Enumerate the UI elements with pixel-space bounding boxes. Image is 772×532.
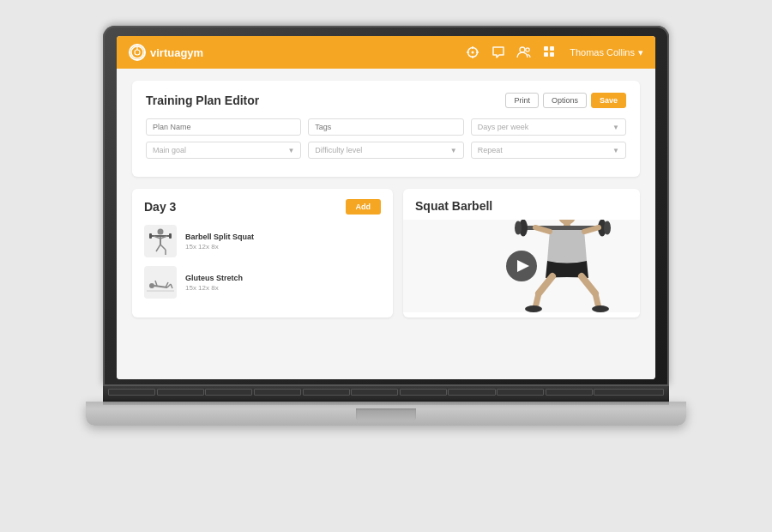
svg-point-26 [149,283,154,288]
exercise-info-2: Gluteus Stretch 15x 12x 8x [185,274,381,292]
plan-name-input[interactable] [146,118,301,136]
people-icon[interactable] [516,45,532,60]
main-content: Training Plan Editor Print Options Save … [117,69,655,379]
play-button[interactable] [506,251,537,281]
dropdown-arrow: ▾ [638,47,643,58]
main-goal-select[interactable]: Main goal ▼ [146,142,301,159]
app-name: virtuagym [150,46,203,59]
video-panel: Squat Barbell [403,189,640,317]
days-per-week-label: Days per week [478,123,529,131]
svg-rect-12 [550,46,554,51]
save-button[interactable]: Save [591,93,626,108]
day-header: Day 3 Add [144,199,381,215]
gluteus-stretch-image [145,267,176,298]
repeat-label: Repeat [478,146,503,154]
days-arrow-icon: ▼ [612,124,619,131]
trackpad-notch[interactable] [356,408,416,420]
day-panel: Day 3 Add [132,189,393,317]
navbar: virtuagym [117,36,655,69]
form-row-2: Main goal ▼ Difficulty level ▼ Repeat ▼ [146,142,626,159]
difficulty-label: Difficulty level [315,146,362,154]
laptop-base [86,402,686,426]
editor-title: Training Plan Editor [146,94,259,107]
nav-user[interactable]: Thomas Collins ▾ [570,47,643,58]
days-per-week-select[interactable]: Days per week ▼ [471,118,626,136]
svg-rect-16 [150,235,171,237]
svg-rect-14 [550,52,554,57]
exercise-thumb-2 [144,266,177,299]
exercise-item-1: Barbell Split Squat 15x 12x 8x [144,225,381,257]
repeat-select[interactable]: Repeat ▼ [471,142,626,159]
screen-inner: virtuagym [117,36,655,379]
play-icon [517,260,529,272]
options-button[interactable]: Options [543,93,587,108]
print-button[interactable]: Print [505,93,539,108]
nav-icons [465,45,558,60]
main-goal-arrow-icon: ▼ [287,147,294,154]
svg-rect-18 [169,233,172,239]
video-area[interactable] [403,220,640,312]
difficulty-arrow-icon: ▼ [450,147,457,154]
grid-icon[interactable] [542,45,558,60]
svg-line-28 [155,281,157,286]
svg-point-15 [158,229,164,235]
svg-point-9 [520,47,525,52]
svg-line-44 [582,276,595,293]
svg-line-42 [539,276,552,293]
exercise-sets-2: 15x 12x 8x [185,284,381,292]
svg-line-23 [160,245,166,250]
video-title: Squat Barbell [403,189,640,220]
exercise-name-1: Barbell Split Squat [185,233,381,241]
navbar-logo: virtuagym [129,44,203,61]
editor-actions: Print Options Save [505,93,626,108]
svg-rect-17 [149,233,152,239]
svg-line-22 [156,245,160,251]
difficulty-select[interactable]: Difficulty level ▼ [308,142,463,159]
svg-point-47 [592,305,609,312]
logo-icon [129,44,146,61]
laptop-hinge [103,402,669,405]
screen-bezel: virtuagym [103,26,669,386]
exercise-item-2: Gluteus Stretch 15x 12x 8x [144,266,381,299]
svg-point-8 [472,51,474,54]
user-name: Thomas Collins [570,47,635,57]
svg-rect-11 [544,46,548,51]
laptop-wrapper: virtuagym [77,26,695,506]
exercise-info-1: Barbell Split Squat 15x 12x 8x [185,233,381,251]
barbell-split-squat-image [145,226,176,257]
svg-rect-13 [544,52,548,57]
day-title: Day 3 [144,200,176,214]
add-exercise-button[interactable]: Add [346,199,382,215]
panels-row: Day 3 Add [132,189,640,317]
editor-header: Training Plan Editor Print Options Save [146,93,626,108]
main-goal-label: Main goal [153,146,186,154]
editor-card: Training Plan Editor Print Options Save … [132,81,640,177]
chat-icon[interactable] [491,45,506,60]
exercise-thumb-1 [144,225,177,257]
svg-line-29 [167,284,171,287]
svg-point-46 [525,305,542,312]
repeat-arrow-icon: ▼ [612,147,619,154]
exercise-sets-1: 15x 12x 8x [185,243,381,251]
svg-point-37 [515,221,522,235]
tags-input[interactable] [308,118,463,136]
svg-line-30 [171,284,172,288]
exercise-name-2: Gluteus Stretch [185,274,381,282]
svg-point-10 [526,48,529,51]
svg-point-39 [604,221,611,235]
svg-point-1 [135,50,140,55]
crosshair-icon[interactable] [465,45,480,60]
keyboard-area [103,386,669,402]
form-row-1: Days per week ▼ [146,118,626,136]
